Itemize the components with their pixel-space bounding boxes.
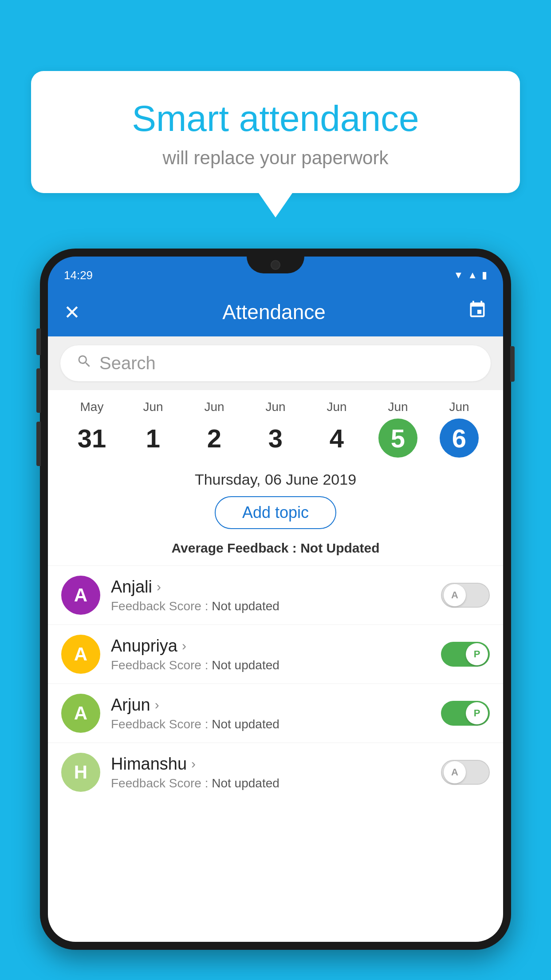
list-item[interactable]: A Arjun › Feedback Score : Not updated P: [48, 684, 503, 743]
chevron-right-icon: ›: [157, 579, 161, 594]
calendar-day-4[interactable]: Jun 4: [306, 400, 367, 458]
avg-feedback-text: Average Feedback : Not Updated: [48, 537, 503, 561]
calendar-row: May 31 Jun 1 Jun 2 Jun 3 Jun 4: [48, 390, 503, 462]
calendar-day-3[interactable]: Jun 3: [245, 400, 306, 458]
attendance-toggle[interactable]: P: [441, 642, 490, 667]
battery-icon: ▮: [482, 269, 487, 281]
speech-bubble: Smart attendance will replace your paper…: [31, 71, 520, 193]
phone-wrapper: 14:29 ▼ ▲ ▮ ✕ Attendance: [40, 249, 511, 980]
avatar: A: [61, 576, 100, 615]
phone-side-button-right: [510, 346, 515, 382]
search-bar-wrapper: Search: [48, 336, 503, 390]
status-bar: 14:29 ▼ ▲ ▮: [48, 257, 503, 288]
app-bar-title: Attendance: [222, 300, 326, 324]
calendar-day-6[interactable]: Jun 6: [429, 400, 490, 458]
list-item[interactable]: A Anjali › Feedback Score : Not updated …: [48, 565, 503, 624]
search-icon: [76, 353, 92, 373]
notch: [247, 257, 304, 273]
notch-camera: [271, 260, 280, 270]
phone-side-button-left-2: [36, 368, 41, 413]
chevron-right-icon: ›: [182, 638, 186, 653]
phone-screen: ✕ Attendance Search: [48, 288, 503, 942]
student-info: Arjun › Feedback Score : Not updated: [111, 695, 430, 731]
wifi-icon: ▼: [453, 269, 463, 281]
toggle-off[interactable]: A: [441, 583, 490, 608]
signal-icon: ▲: [468, 269, 477, 281]
student-score: Feedback Score : Not updated: [111, 717, 430, 731]
student-info: Anjali › Feedback Score : Not updated: [111, 577, 430, 613]
calendar-day-0[interactable]: May 31: [61, 400, 122, 458]
date-info-section: Thursday, 06 June 2019 Add topic Average…: [48, 462, 503, 565]
attendance-toggle[interactable]: A: [441, 583, 490, 608]
toggle-on[interactable]: P: [441, 642, 490, 667]
search-bar[interactable]: Search: [60, 345, 491, 381]
student-score: Feedback Score : Not updated: [111, 776, 430, 790]
list-item[interactable]: H Himanshu › Feedback Score : Not update…: [48, 743, 503, 802]
speech-bubble-wrapper: Smart attendance will replace your paper…: [31, 71, 520, 217]
phone-side-button-left-1: [36, 328, 41, 355]
add-topic-button[interactable]: Add topic: [215, 496, 336, 529]
calendar-day-1[interactable]: Jun 1: [122, 400, 184, 458]
speech-bubble-title: Smart attendance: [58, 98, 493, 139]
student-name: Anupriya ›: [111, 636, 430, 656]
status-icons: ▼ ▲ ▮: [453, 269, 487, 281]
search-text: Search: [99, 353, 156, 373]
status-time: 14:29: [64, 269, 93, 282]
chevron-right-icon: ›: [191, 756, 196, 771]
speech-bubble-arrow: [259, 193, 292, 217]
student-list: A Anjali › Feedback Score : Not updated …: [48, 565, 503, 802]
student-name: Arjun ›: [111, 695, 430, 715]
phone-side-button-left-3: [36, 422, 41, 466]
toggle-on[interactable]: P: [441, 701, 490, 726]
app-bar: ✕ Attendance: [48, 288, 503, 336]
student-name: Anjali ›: [111, 577, 430, 597]
avatar: H: [61, 753, 100, 792]
student-info: Himanshu › Feedback Score : Not updated: [111, 755, 430, 790]
calendar-day-5[interactable]: Jun 5: [367, 400, 429, 458]
student-info: Anupriya › Feedback Score : Not updated: [111, 636, 430, 672]
avatar: A: [61, 694, 100, 733]
close-icon[interactable]: ✕: [64, 301, 80, 324]
attendance-toggle[interactable]: P: [441, 701, 490, 726]
calendar-day-2[interactable]: Jun 2: [184, 400, 245, 458]
student-score: Feedback Score : Not updated: [111, 599, 430, 613]
student-score: Feedback Score : Not updated: [111, 658, 430, 672]
attendance-toggle[interactable]: A: [441, 760, 490, 785]
student-name: Himanshu ›: [111, 755, 430, 774]
avatar: A: [61, 635, 100, 674]
list-item[interactable]: A Anupriya › Feedback Score : Not update…: [48, 624, 503, 684]
selected-date-label: Thursday, 06 June 2019: [48, 471, 503, 488]
chevron-right-icon: ›: [155, 697, 159, 712]
calendar-icon[interactable]: [468, 300, 487, 324]
toggle-off[interactable]: A: [441, 760, 490, 785]
speech-bubble-subtitle: will replace your paperwork: [58, 147, 493, 169]
phone-frame: 14:29 ▼ ▲ ▮ ✕ Attendance: [40, 249, 511, 950]
